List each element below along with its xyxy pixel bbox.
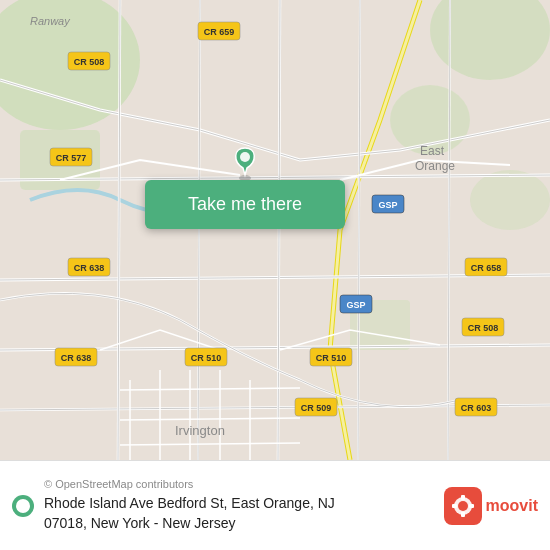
svg-text:Irvington: Irvington xyxy=(175,423,225,438)
svg-text:CR 509: CR 509 xyxy=(301,403,332,413)
address-line1: Rhode Island Ave Bedford St, East Orange… xyxy=(44,495,335,511)
osm-icon xyxy=(16,499,30,513)
address-text: Rhode Island Ave Bedford St, East Orange… xyxy=(44,494,434,533)
moovit-logo: moovit xyxy=(444,487,538,525)
svg-text:CR 638: CR 638 xyxy=(61,353,92,363)
svg-text:CR 510: CR 510 xyxy=(191,353,222,363)
svg-point-41 xyxy=(458,501,468,511)
take-me-there-button[interactable]: Take me there xyxy=(145,180,345,229)
svg-text:Ranway: Ranway xyxy=(30,15,71,27)
svg-text:East: East xyxy=(420,144,445,158)
svg-text:CR 577: CR 577 xyxy=(56,153,87,163)
svg-rect-42 xyxy=(461,495,465,500)
svg-text:CR 508: CR 508 xyxy=(468,323,499,333)
osm-logo xyxy=(12,495,34,517)
svg-text:CR 508: CR 508 xyxy=(74,57,105,67)
svg-text:GSP: GSP xyxy=(346,300,365,310)
svg-text:Orange: Orange xyxy=(415,159,455,173)
svg-text:CR 659: CR 659 xyxy=(204,27,235,37)
svg-text:CR 603: CR 603 xyxy=(461,403,492,413)
svg-text:GSP: GSP xyxy=(378,200,397,210)
svg-rect-45 xyxy=(469,504,474,508)
address-line2: 07018, New York - New Jersey xyxy=(44,515,235,531)
attribution-text: © OpenStreetMap contributors xyxy=(44,478,434,490)
svg-text:CR 658: CR 658 xyxy=(471,263,502,273)
bottom-info-bar: © OpenStreetMap contributors Rhode Islan… xyxy=(0,460,550,550)
svg-text:CR 638: CR 638 xyxy=(74,263,105,273)
bottom-text-area: © OpenStreetMap contributors Rhode Islan… xyxy=(44,478,434,533)
svg-rect-44 xyxy=(452,504,457,508)
svg-rect-43 xyxy=(461,512,465,517)
map-area: CR 659 CR 508 CR 577 CR 638 CR 638 CR 51… xyxy=(0,0,550,460)
moovit-icon xyxy=(444,487,482,525)
svg-text:CR 510: CR 510 xyxy=(316,353,347,363)
svg-point-5 xyxy=(470,170,550,230)
svg-point-38 xyxy=(240,152,250,162)
moovit-brand-text: moovit xyxy=(486,497,538,515)
